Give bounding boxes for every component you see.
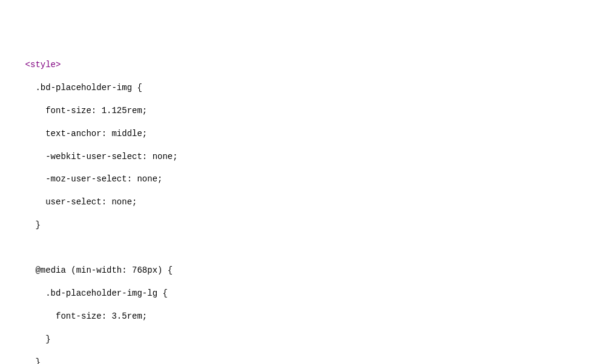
code-line: -moz-user-select: none;	[5, 174, 584, 185]
brace-close: }	[35, 220, 40, 230]
code-line: user-select: none;	[5, 197, 584, 208]
css-prop: text-anchor: middle;	[45, 129, 147, 138]
css-prop: -moz-user-select: none;	[45, 174, 162, 184]
css-prop: -webkit-user-select: none;	[45, 152, 177, 161]
code-block: <style> .bd-placeholder-img { font-size:…	[5, 48, 584, 364]
css-prop: user-select: none;	[45, 197, 137, 207]
css-prop: font-size: 1.125rem;	[45, 106, 147, 115]
code-line: .bd-placeholder-img {	[5, 82, 584, 94]
code-line	[5, 242, 584, 254]
code-line: }	[5, 334, 584, 345]
css-prop: font-size: 3.5rem;	[56, 311, 147, 321]
code-line: }	[5, 357, 584, 364]
css-selector: .bd-placeholder-img {	[35, 83, 142, 93]
code-line: .bd-placeholder-img-lg {	[5, 288, 584, 299]
code-line: font-size: 1.125rem;	[5, 105, 584, 117]
code-line: <style>	[5, 59, 584, 71]
media-query: @media (min-width: 768px) {	[35, 265, 173, 275]
brace-close: }	[35, 357, 40, 364]
code-line: font-size: 3.5rem;	[5, 311, 584, 322]
code-line: @media (min-width: 768px) {	[5, 265, 584, 276]
code-line: }	[5, 219, 584, 231]
code-line: text-anchor: middle;	[5, 128, 584, 140]
css-selector: .bd-placeholder-img-lg {	[45, 288, 168, 298]
tag-style-open: <style>	[25, 60, 61, 70]
code-line: -webkit-user-select: none;	[5, 151, 584, 163]
brace-close: }	[45, 334, 50, 344]
